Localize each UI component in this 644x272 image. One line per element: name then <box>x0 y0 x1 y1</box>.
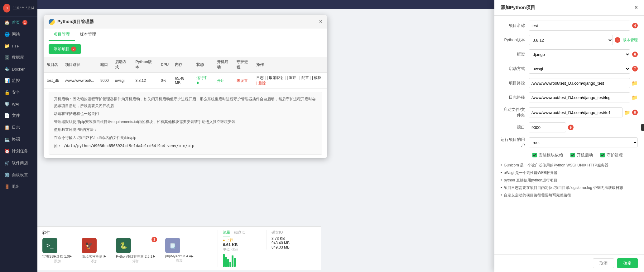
traffic-tab-disk[interactable]: 磁盘IO <box>234 230 246 236</box>
software-php[interactable]: 🗒️ phpMyAdmin 4.4▶ 添加 <box>165 238 194 264</box>
modal-tabs: 项目管理 版本管理 <box>44 28 327 41</box>
action-unmap[interactable]: | 取消映射 <box>265 76 284 80</box>
startup-file-folder-icon[interactable]: 📁 <box>624 110 630 116</box>
add-badge: 2 <box>71 47 76 52</box>
chart-bar-5 <box>232 255 233 267</box>
cell-actions: 日志 | 取消映射 | 重启 | 配置 | 模块 | 删除 <box>253 73 327 89</box>
chart-bar-6 <box>234 258 236 267</box>
project-path-folder-icon[interactable]: 📁 <box>632 80 638 86</box>
note-text-1: Gunicorn 是一个被广泛使用的Python WSGI UNIX HTTP服… <box>504 162 608 168</box>
sidebar-label-settings: 面板设置 <box>12 172 28 178</box>
framework-badge: 6 <box>632 52 638 57</box>
software-shield-sub: 添加 <box>82 259 107 264</box>
security-icon: 🔒 <box>4 90 9 95</box>
project-name-input[interactable] <box>529 21 630 31</box>
modal-title-text: Python项目管理器 <box>57 19 94 25</box>
sidebar-label-ftp: FTP <box>12 44 20 48</box>
daemon-input[interactable] <box>600 153 605 157</box>
port-label: 端口 <box>501 125 529 130</box>
autostart-checkbox[interactable]: 开机启动 <box>570 152 593 158</box>
action-config[interactable]: | 配置 <box>297 76 309 80</box>
info-line-4: 使用独立环境PIP的方法： <box>54 126 317 133</box>
startup-method-select[interactable]: uwsgi <box>529 64 630 74</box>
action-module[interactable]: | 模块 <box>310 76 321 80</box>
framework-select[interactable]: django <box>529 49 630 59</box>
tab-project-management[interactable]: 项目管理 <box>49 28 75 41</box>
project-path-input[interactable] <box>529 78 630 88</box>
startup-file-label: 启动文件/文件夹 <box>501 107 529 118</box>
confirm-button[interactable]: 确定 <box>617 258 638 268</box>
software-python[interactable]: 🐍 Python项目管理器 2.5.1▶ 添加 3 <box>116 238 156 264</box>
modal-close-button[interactable]: × <box>319 18 322 25</box>
version-management-link[interactable]: 版本管理 <box>623 37 638 43</box>
daemon-badge[interactable]: 未设置 <box>237 78 248 83</box>
col-name: 项目名 <box>44 57 62 73</box>
python-version-label: Python版本 <box>501 37 529 43</box>
sidebar-item-terminal[interactable]: 💻 终端 <box>0 133 37 145</box>
software-ssh[interactable]: >_ 宝塔SSH终端 1.0▶ 添加 <box>42 238 72 264</box>
startup-file-input[interactable] <box>529 107 623 117</box>
sidebar-item-ftp[interactable]: 📁 FTP <box>0 40 37 52</box>
sidebar-item-waf[interactable]: 🛡️ WAF <box>0 98 37 110</box>
sidebar-item-docker[interactable]: 🐳 Docker <box>0 63 37 75</box>
col-memory: 内存 <box>172 57 193 73</box>
sidebar-item-monitor[interactable]: 📊 监控 <box>0 75 37 87</box>
sidebar-label-home: 首页 <box>12 20 20 25</box>
log-path-folder-icon[interactable]: 📁 <box>632 95 638 101</box>
sidebar-label-waf: WAF <box>12 102 21 106</box>
python-version-select[interactable]: 3.8.12 <box>529 35 613 45</box>
cell-port: 9000 <box>97 73 112 89</box>
add-dialog-header: 添加Python项目 × <box>494 0 644 16</box>
settings-icon: ⚙️ <box>4 172 9 177</box>
bullet-4: • <box>501 185 502 190</box>
software-ssh-sub: 添加 <box>42 259 72 264</box>
sidebar-item-logout[interactable]: 🚪 退出 <box>0 181 37 193</box>
sidebar-item-security[interactable]: 🔒 安全 <box>0 87 37 98</box>
user-select[interactable]: root <box>529 137 638 147</box>
log-path-input[interactable] <box>529 92 630 102</box>
tab-version-management[interactable]: 版本管理 <box>75 28 101 41</box>
sidebar-item-settings[interactable]: ⚙️ 面板设置 <box>0 169 37 181</box>
software-shield-label: 微步木马检测 ▶ <box>82 254 107 259</box>
add-dialog-body: 项目名称 4 Python版本 3.8.12 5 版本管理 框架 django … <box>494 16 644 254</box>
terminal-icon: 💻 <box>4 137 9 142</box>
sidebar-item-website[interactable]: 🌐 网站 <box>0 28 37 40</box>
sidebar-item-store[interactable]: 🛒 软件商店 <box>0 157 37 169</box>
dialog-footer: 取消 确定 <box>494 254 644 272</box>
install-deps-input[interactable] <box>532 153 537 157</box>
traffic-tabs: 流量 磁盘IO <box>223 230 261 236</box>
project-name-badge: 4 <box>632 23 638 28</box>
port-input[interactable] <box>529 122 566 132</box>
col-autostart: 开机启动 <box>214 57 233 73</box>
sidebar-item-logs[interactable]: 📋 日志 <box>0 121 37 133</box>
action-log[interactable]: 日志 <box>256 76 264 80</box>
cell-name: test_db <box>44 73 62 89</box>
sidebar-item-tasks[interactable]: ⏰ 计划任务 <box>0 145 37 157</box>
add-dialog-close[interactable]: × <box>634 4 638 11</box>
daemon-checkbox[interactable]: 守护进程 <box>600 152 623 158</box>
software-python-label: Python项目管理器 2.5.1▶ <box>116 254 156 259</box>
action-restart[interactable]: | 重启 <box>285 76 296 80</box>
note-4: • 项目日志需要在项目目内定位 /项目目录/logs/error.log 否则无… <box>501 185 638 190</box>
add-project-button[interactable]: 添加项目 2 <box>49 44 81 54</box>
info-line-3: 管理器默认使用pip安装项目根目录requirements.txt内的模块，如有… <box>54 119 317 126</box>
software-section: 软件 >_ 宝塔SSH终端 1.0▶ 添加 🦅 微步木马检测 ▶ 添加 🐍 <box>37 226 321 270</box>
traffic-tab-flow[interactable]: 流量 <box>223 230 230 236</box>
up-dot: ● <box>223 238 225 242</box>
bullet-3: • <box>501 177 502 183</box>
chart-bar-4 <box>229 262 231 267</box>
shield-software-icon: 🦅 <box>82 238 97 253</box>
sidebar-label-monitor: 监控 <box>12 78 20 83</box>
software-title: 软件 <box>42 230 213 235</box>
project-path-row: 项目路径 📁 <box>501 78 638 88</box>
install-deps-checkbox[interactable]: 安装模块依赖 <box>532 152 563 158</box>
autostart-input[interactable] <box>570 153 575 157</box>
disk-write: 943.40 MB <box>272 241 316 245</box>
cancel-button[interactable]: 取消 <box>593 258 614 268</box>
note-text-5: 自定义启动的项目路径需要填写完整路径 <box>504 192 571 198</box>
sidebar-item-files[interactable]: 📄 文件 <box>0 110 37 121</box>
sidebar-item-database[interactable]: 🗄️ 数据库 <box>0 52 37 63</box>
software-shield[interactable]: 🦅 微步木马检测 ▶ 添加 <box>82 238 107 264</box>
sidebar-item-home[interactable]: 🏠 首页 1 <box>0 17 37 28</box>
autostart-badge[interactable]: 开启 <box>217 78 224 83</box>
